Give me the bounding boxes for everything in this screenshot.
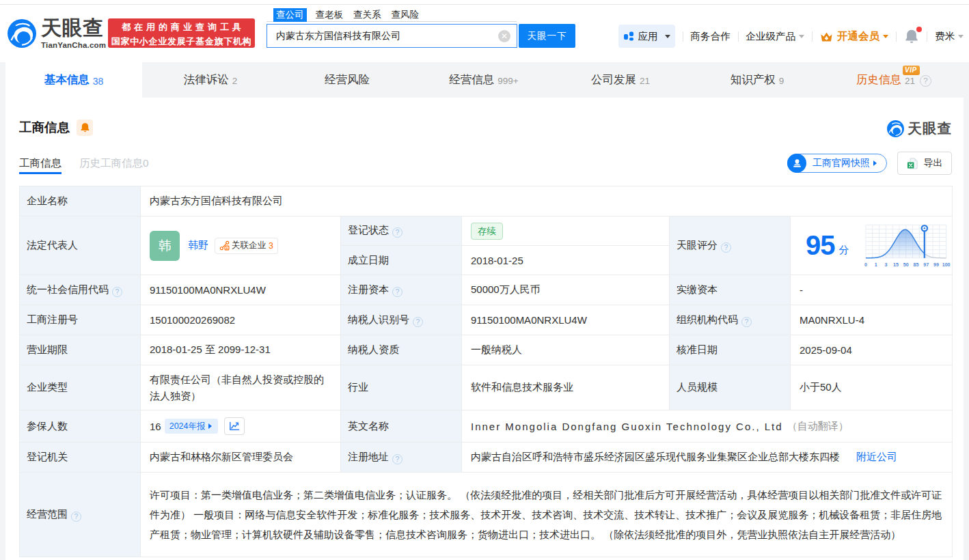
- search-tab-risk[interactable]: 查风险: [390, 8, 421, 22]
- help-icon[interactable]: [392, 227, 402, 238]
- divider: [738, 31, 739, 42]
- row-business-scope: 经营范围 许可项目：第一类增值电信业务；第二类增值电信业务；认证服务。 （依法须…: [20, 473, 953, 557]
- tab-operation-risk[interactable]: 经营风险: [279, 62, 415, 98]
- divider: [927, 31, 927, 42]
- arrow-right-icon: [873, 160, 879, 166]
- field-label: 登记状态: [341, 216, 462, 246]
- row-reg-number: 工商注册号 150100020269082 纳税人识别号 91150100MA0…: [20, 305, 953, 335]
- help-icon[interactable]: [920, 75, 931, 87]
- tab-legal[interactable]: 法律诉讼 2: [142, 62, 279, 98]
- tab-business-info[interactable]: 经营信息 999+: [415, 62, 552, 98]
- search-tab-company[interactable]: 查公司: [273, 8, 307, 22]
- field-label-text: 2024年报: [169, 421, 206, 432]
- header-top-divider: [0, 4, 969, 5]
- watermark-logo-icon: [887, 120, 904, 137]
- subscribe-bell-icon[interactable]: [77, 120, 93, 136]
- search-box: ✕: [267, 24, 517, 48]
- apps-menu[interactable]: 应用: [618, 25, 675, 48]
- field-label-text: 经营范围: [27, 508, 68, 520]
- field-label: 成立日期: [341, 246, 462, 275]
- score-distribution-chart: 0131550859799100: [862, 223, 953, 272]
- tab-history-info[interactable]: 历史信息 21 VIP: [825, 62, 962, 98]
- field-label-text: 人员规模: [677, 381, 718, 393]
- field-label-text: 纳税人资质: [348, 344, 399, 355]
- bell-icon: [80, 122, 90, 132]
- content-card: 工商信息 天眼查 工商信息 历史工商信息0: [5, 98, 964, 560]
- tab-intellectual-property[interactable]: 知识产权 9: [689, 62, 825, 98]
- brand-text[interactable]: 天眼查 TianYanCha.com: [41, 17, 106, 49]
- excel-icon: [907, 158, 918, 169]
- field-label: 企业类型: [20, 365, 141, 410]
- field-label-text: 组织机构代码: [677, 313, 738, 325]
- subtab-history-business-info[interactable]: 历史工商信息0: [79, 156, 149, 172]
- field-label-text: 注册资本: [348, 283, 389, 295]
- section-header: 工商信息 天眼查: [19, 119, 952, 136]
- help-icon[interactable]: [392, 454, 402, 464]
- nav-cooperation[interactable]: 商务合作: [691, 30, 731, 43]
- business-scope-value: 许可项目：第一类增值电信业务；第二类增值电信业务；认证服务。 （依法须经批准的项…: [141, 473, 953, 557]
- svg-text:15: 15: [893, 262, 899, 267]
- brand-domain: TianYanCha.com: [41, 41, 106, 49]
- help-icon[interactable]: [413, 317, 423, 327]
- english-name-value: Inner Mongolia Dongfang Guoxin Technolog…: [471, 421, 783, 432]
- svg-text:1: 1: [874, 262, 877, 267]
- nav-enterprise[interactable]: 企业级产品: [746, 30, 805, 43]
- search-tab-boss[interactable]: 查老板: [314, 8, 345, 22]
- field-label: 统一社会信用代码: [20, 275, 141, 305]
- svg-text:99: 99: [933, 262, 938, 267]
- username: 费米: [935, 30, 955, 43]
- svg-text:100: 100: [942, 262, 950, 267]
- field-label-text: 登记机关: [27, 451, 68, 462]
- legal-rep-link[interactable]: 韩野: [188, 239, 208, 252]
- field-label: 行业: [341, 365, 462, 410]
- field-label: 营业期限: [20, 335, 141, 365]
- tab-basic-info[interactable]: 基本信息 38: [5, 62, 142, 98]
- header: 天眼查 TianYanCha.com 都在用的商业查询工具 国家中小企业发展子基…: [0, 0, 969, 62]
- notification-bell-icon[interactable]: [904, 28, 919, 44]
- field-label: 参保人数: [20, 410, 141, 443]
- divider: [683, 31, 683, 42]
- field-label: 核准日期: [670, 335, 791, 365]
- user-menu[interactable]: 费米: [935, 30, 964, 43]
- trend-chart-button[interactable]: [224, 417, 245, 435]
- annual-report-badge[interactable]: 2024年报: [165, 419, 218, 434]
- address-cell: 内蒙古自治区呼和浩特市盛乐经济园区盛乐现代服务业集聚区企业总部大楼东四楼附近公司: [462, 443, 953, 473]
- field-label: 纳税人识别号: [341, 305, 462, 335]
- company-name-value: 内蒙古东方国信科技有限公司: [141, 186, 953, 216]
- status-badge: 存续: [471, 223, 503, 240]
- help-icon[interactable]: [392, 287, 402, 297]
- score-cell: 95 分 0131550859799100: [791, 216, 953, 275]
- export-button[interactable]: 导出: [897, 152, 952, 175]
- tab-company-development[interactable]: 公司发展 21: [552, 62, 689, 98]
- auto-translate-note: （自动翻译）: [787, 420, 849, 433]
- help-icon[interactable]: [71, 512, 81, 522]
- help-icon[interactable]: [721, 242, 731, 253]
- legal-rep-cell: 韩 韩野 关联企业 3: [141, 216, 341, 275]
- related-company-badge[interactable]: 关联企业 3: [215, 238, 278, 254]
- credit-code-value: 91150100MA0NRXLU4W: [141, 275, 341, 305]
- taxpayer-id-value: 91150100MA0NRXLU4W: [462, 305, 670, 335]
- field-label-text: 行业: [348, 381, 368, 393]
- subtab-business-info[interactable]: 工商信息: [19, 156, 62, 174]
- search-input[interactable]: [276, 25, 481, 47]
- field-label-text: 实缴资本: [677, 283, 718, 295]
- row-insured-count: 参保人数 16 2024年报: [20, 410, 953, 443]
- nav-vip-member[interactable]: 开通会员: [820, 29, 888, 44]
- help-icon[interactable]: [741, 317, 752, 327]
- approval-date-value: 2025-09-04: [791, 335, 953, 365]
- watermark-logo: 天眼查: [887, 119, 953, 138]
- svg-text:50: 50: [903, 262, 908, 267]
- field-label-text: 天眼评分: [677, 239, 718, 251]
- notification-dot: [916, 27, 922, 32]
- help-icon[interactable]: [112, 287, 122, 297]
- tianyancha-logo-icon[interactable]: [8, 19, 36, 48]
- related-network-icon: [219, 240, 230, 251]
- search-button[interactable]: 天眼一下: [519, 24, 575, 48]
- official-snapshot-button[interactable]: 工商官网快照: [787, 154, 887, 173]
- clear-search-icon[interactable]: ✕: [498, 30, 510, 42]
- legal-rep-avatar[interactable]: 韩: [150, 231, 180, 261]
- nearby-companies-link[interactable]: 附近公司: [856, 451, 897, 462]
- taxpayer-quality-value: 一般纳税人: [462, 335, 670, 365]
- field-label: 英文名称: [341, 410, 462, 443]
- search-tab-relation[interactable]: 查关系: [352, 8, 383, 22]
